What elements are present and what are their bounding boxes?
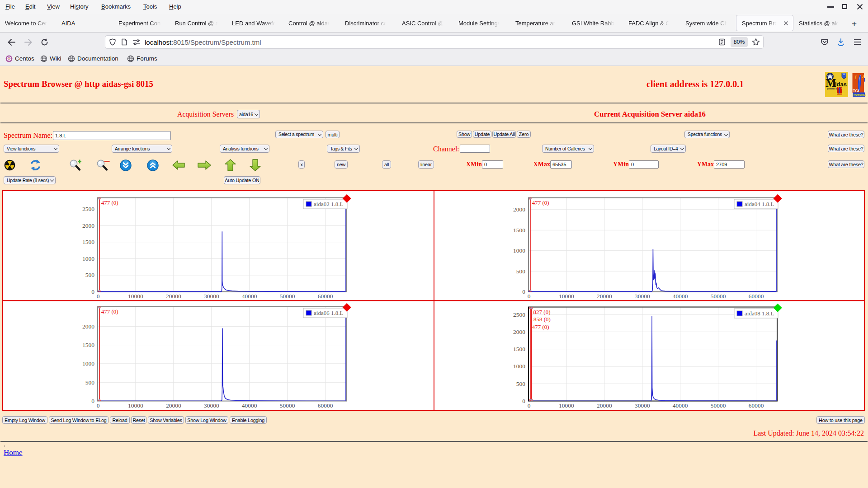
svg-text:500: 500: [516, 267, 526, 274]
svg-text:60000: 60000: [749, 293, 764, 300]
svg-text:477 (0): 477 (0): [532, 199, 549, 206]
svg-text:aida06 1.8.L: aida06 1.8.L: [314, 310, 343, 316]
svg-text:20000: 20000: [166, 402, 181, 409]
svg-text:0: 0: [522, 288, 525, 295]
svg-text:477 (0): 477 (0): [101, 199, 118, 206]
svg-text:30000: 30000: [204, 293, 219, 300]
svg-text:50000: 50000: [280, 293, 295, 300]
svg-text:20000: 20000: [597, 402, 612, 409]
svg-text:0: 0: [91, 398, 94, 404]
svg-text:2500: 2500: [513, 311, 525, 318]
svg-text:10000: 10000: [128, 293, 143, 300]
svg-text:POWERED: POWERED: [854, 94, 866, 96]
svg-text:60000: 60000: [318, 293, 333, 300]
svg-text:50000: 50000: [711, 293, 726, 300]
svg-text:500: 500: [85, 379, 95, 385]
svg-text:idas: idas: [835, 81, 847, 88]
svg-text:500: 500: [516, 380, 526, 387]
svg-text:50000: 50000: [280, 402, 295, 409]
svg-text:30000: 30000: [635, 293, 650, 300]
svg-text:0: 0: [97, 293, 100, 300]
svg-text:1000: 1000: [82, 255, 94, 262]
svg-text:60000: 60000: [318, 402, 333, 409]
svg-text:10000: 10000: [128, 402, 143, 409]
svg-text:aida02 1.8.L: aida02 1.8.L: [314, 201, 343, 207]
svg-text:477 (0): 477 (0): [101, 308, 118, 315]
svg-text:40000: 40000: [673, 293, 688, 300]
svg-text:1500: 1500: [513, 346, 525, 352]
svg-text:0: 0: [91, 288, 94, 295]
svg-text:40000: 40000: [242, 402, 257, 409]
svg-text:1000: 1000: [82, 360, 94, 367]
svg-text:1000: 1000: [513, 247, 525, 254]
svg-text:858 (0): 858 (0): [533, 316, 551, 323]
svg-text:1500: 1500: [513, 226, 525, 233]
svg-text:2000: 2000: [82, 222, 94, 229]
svg-text:1000: 1000: [513, 363, 525, 370]
svg-text:0: 0: [528, 402, 531, 409]
svg-text:20000: 20000: [597, 293, 612, 300]
svg-text:30000: 30000: [635, 402, 650, 409]
svg-text:10000: 10000: [559, 402, 574, 409]
svg-text:2000: 2000: [513, 328, 525, 335]
svg-text:40000: 40000: [242, 293, 257, 300]
svg-text:2000: 2000: [513, 206, 525, 213]
svg-text:1500: 1500: [82, 342, 94, 348]
svg-text:aida04 1.8.L: aida04 1.8.L: [745, 201, 774, 207]
svg-text:30000: 30000: [204, 402, 219, 409]
svg-text:60000: 60000: [749, 402, 764, 409]
svg-text:POWERED: POWERED: [837, 93, 845, 95]
svg-text:500: 500: [85, 272, 95, 278]
svg-text:20000: 20000: [166, 293, 181, 300]
svg-text:2000: 2000: [82, 323, 94, 329]
svg-text:40000: 40000: [673, 402, 688, 409]
svg-text:0: 0: [528, 293, 531, 300]
svg-text:827 (0): 827 (0): [533, 309, 551, 315]
svg-text:50000: 50000: [711, 402, 726, 409]
svg-text:10000: 10000: [559, 293, 574, 300]
svg-text:1500: 1500: [82, 239, 94, 245]
svg-text:TCL: TCL: [853, 89, 861, 93]
svg-text:2500: 2500: [82, 206, 94, 212]
svg-text:0: 0: [522, 398, 525, 404]
svg-text:aida08 1.8.L: aida08 1.8.L: [745, 310, 774, 317]
svg-text:477 (0): 477 (0): [532, 323, 549, 330]
svg-text:0: 0: [97, 402, 100, 409]
